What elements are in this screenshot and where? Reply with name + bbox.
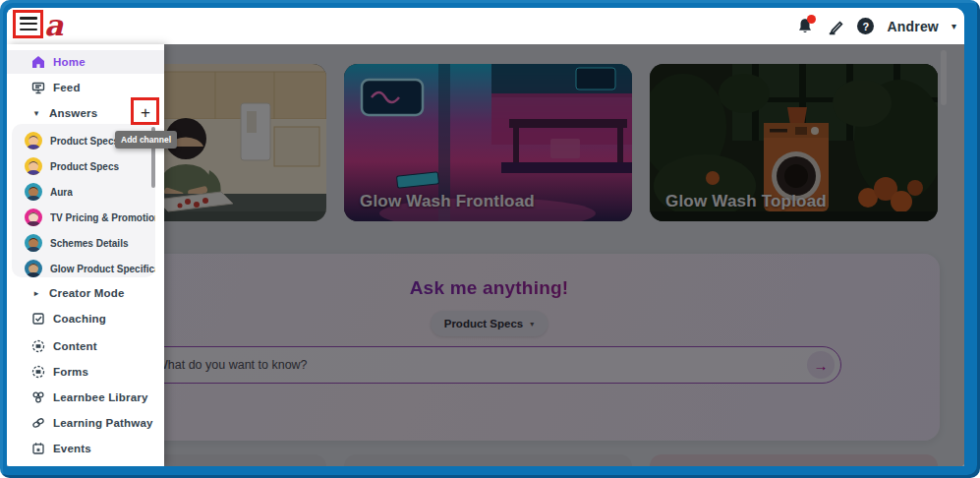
ask-me-anything-panel: Ask me anything! Product Specs ▾ → xyxy=(38,254,940,441)
top-header: a ? Andrew ▾ xyxy=(7,8,964,44)
header-actions: ? Andrew ▾ xyxy=(796,8,956,44)
compose-pencil-icon[interactable] xyxy=(827,18,844,35)
channel-avatar xyxy=(25,157,42,175)
feed-icon xyxy=(31,81,45,94)
card-title: Glow Wash Topload xyxy=(665,192,827,211)
navigation-sidebar: Home Feed ▾ Answers + Add channel xyxy=(7,44,164,466)
question-input[interactable] xyxy=(156,358,807,372)
channel-avatar xyxy=(25,132,42,149)
content-icon xyxy=(31,339,45,353)
channel-item-schemes-details[interactable]: Schemes Details xyxy=(12,230,155,256)
card-title: Glow Wash Frontload xyxy=(360,192,535,211)
chevron-down-icon: ▾ xyxy=(31,108,41,118)
partial-card xyxy=(344,454,632,466)
channel-avatar xyxy=(25,260,42,277)
sidebar-item-coaching[interactable]: Coaching xyxy=(7,307,164,330)
add-channel-button[interactable]: + xyxy=(135,102,156,124)
forms-icon xyxy=(31,365,45,379)
home-icon xyxy=(31,55,45,69)
sidebar-item-home[interactable]: Home xyxy=(7,50,164,74)
calendar-events-icon xyxy=(31,442,45,455)
sidebar-item-content[interactable]: Content xyxy=(7,334,164,358)
sidebar-item-events[interactable]: Events xyxy=(7,437,164,460)
hamburger-menu-icon[interactable] xyxy=(20,17,37,30)
sidebar-item-learning-pathway[interactable]: Learning Pathway xyxy=(7,411,164,435)
channel-selector-label: Product Specs xyxy=(444,318,524,329)
channel-avatar xyxy=(25,209,42,226)
sidebar-item-forms[interactable]: Forms xyxy=(7,360,164,384)
ask-title: Ask me anything! xyxy=(38,277,940,299)
content-card-glow-wash-frontload[interactable]: Glow Wash Frontload xyxy=(344,64,632,221)
sidebar-item-creator-mode[interactable]: ▸ Creator Mode xyxy=(7,281,164,305)
channel-item-aura[interactable]: Aura xyxy=(12,179,155,205)
content-card-glow-wash-topload[interactable]: Glow Wash Topload xyxy=(650,64,938,221)
channel-item-product-specs-2[interactable]: Product Specs xyxy=(12,153,155,179)
checkbox-check-icon xyxy=(31,312,45,326)
sidebar-item-feed[interactable]: Feed xyxy=(7,76,164,99)
partial-card xyxy=(650,454,938,466)
pathway-link-icon xyxy=(31,416,45,430)
chevron-right-icon: ▸ xyxy=(31,288,41,298)
screenshot-frame: a ? Andrew ▾ xyxy=(0,0,980,478)
app-logo[interactable]: a xyxy=(44,9,63,42)
channel-avatar xyxy=(25,234,42,252)
app-window: a ? Andrew ▾ xyxy=(7,8,964,466)
user-menu-caret-icon[interactable]: ▾ xyxy=(951,21,956,31)
question-input-container: → xyxy=(138,346,841,384)
channel-avatar xyxy=(25,183,42,201)
chevron-down-icon: ▾ xyxy=(530,320,534,329)
notification-dot xyxy=(807,15,816,24)
page-scrollbar-thumb[interactable] xyxy=(941,50,947,105)
channel-selector-dropdown[interactable]: Product Specs ▾ xyxy=(431,311,548,336)
arrow-right-icon: → xyxy=(814,357,829,374)
sidebar-item-learnbee-library[interactable]: Learnbee Library xyxy=(7,386,164,409)
add-channel-tooltip: Add channel xyxy=(115,131,177,149)
sidebar-item-answers[interactable]: ▾ Answers + xyxy=(7,101,164,125)
channel-item-glow-product-specification[interactable]: Glow Product Specifica... xyxy=(12,256,155,281)
library-icon xyxy=(31,390,45,404)
channel-item-tv-pricing[interactable]: TV Pricing & Promotions xyxy=(12,205,155,230)
submit-question-button[interactable]: → xyxy=(807,351,835,379)
notifications-bell-icon[interactable] xyxy=(796,18,814,35)
help-icon[interactable]: ? xyxy=(857,18,874,34)
user-menu-label[interactable]: Andrew xyxy=(887,19,939,34)
sidebar-item-reports[interactable]: Reports xyxy=(7,461,164,466)
